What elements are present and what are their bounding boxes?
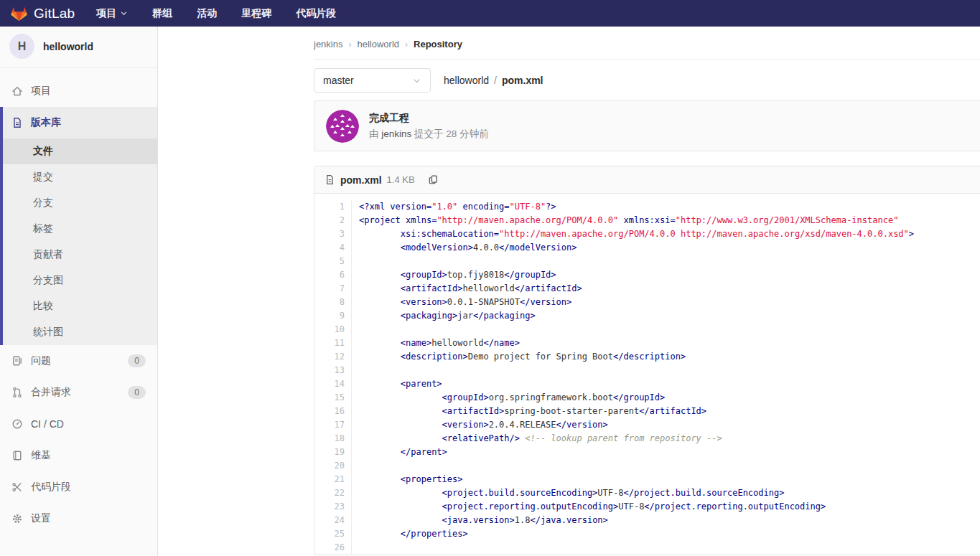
code-line: 5 xyxy=(314,255,980,268)
top-navbar: GitLab 项目群组活动里程碑代码片段 xyxy=(0,0,980,27)
code-line-content: <parent> xyxy=(352,377,442,391)
copy-file-contents-button[interactable] xyxy=(428,174,439,185)
code-line: 22 <project.build.sourceEncoding>UTF-8</… xyxy=(314,486,980,500)
nav-item-projects[interactable]: 项目 xyxy=(96,7,128,20)
sidebar-item-wiki[interactable]: 维基 xyxy=(0,440,157,471)
sidebar-item-repository[interactable]: 版本库 xyxy=(3,107,157,138)
line-number-link[interactable]: 18 xyxy=(314,432,352,446)
line-number-link[interactable]: 1 xyxy=(314,200,352,214)
project-context-header[interactable]: H helloworld xyxy=(0,27,157,68)
sidebar-subitem-compare[interactable]: 比较 xyxy=(3,293,157,319)
code-line-content xyxy=(352,541,359,555)
line-number-link[interactable]: 11 xyxy=(314,336,352,350)
code-line-content: <packaging>jar</packaging> xyxy=(352,309,536,323)
gitlab-tanuki-icon xyxy=(10,5,28,22)
settings-icon xyxy=(11,513,23,524)
code-line: 21 <properties> xyxy=(314,473,980,486)
project-sidebar: H helloworld 项目版本库文件提交分支标签贡献者分支图比较统计图问题0… xyxy=(0,27,158,556)
code-line-content: <project.build.sourceEncoding>UTF-8</pro… xyxy=(352,486,784,500)
sidebar-subitem-contributors[interactable]: 贡献者 xyxy=(3,242,157,268)
code-line: 17 <version>2.0.4.RELEASE</version> xyxy=(314,418,980,432)
line-number-link[interactable]: 26 xyxy=(314,541,352,555)
nav-item-milestones[interactable]: 里程碑 xyxy=(241,7,271,20)
sidebar-item-issues[interactable]: 问题0 xyxy=(0,345,157,377)
line-number-link[interactable]: 3 xyxy=(314,227,352,241)
commit-author-avatar[interactable] xyxy=(326,110,359,143)
issues-icon xyxy=(11,355,23,367)
project-name: helloworld xyxy=(43,41,93,52)
sidebar-item-project-home[interactable]: 项目 xyxy=(0,75,157,107)
gitlab-app: GitLab 项目群组活动里程碑代码片段 H helloworld 项目版本库文… xyxy=(0,0,980,556)
code-line: 24 <java.version>1.8</java.version> xyxy=(314,514,980,527)
branch-selector[interactable]: master xyxy=(314,68,431,93)
sidebar-item-label: 维基 xyxy=(31,449,51,462)
path-separator: / xyxy=(494,75,497,86)
code-line: 4 <modelVersion>4.0.0</modelVersion> xyxy=(314,241,980,255)
navbar-menu: 项目群组活动里程碑代码片段 xyxy=(96,7,336,20)
line-number-link[interactable]: 15 xyxy=(314,391,352,405)
line-number-link[interactable]: 14 xyxy=(314,377,352,391)
line-number-link[interactable]: 16 xyxy=(314,405,352,418)
line-number-link[interactable]: 24 xyxy=(314,514,352,527)
sidebar-item-label: CI / CD xyxy=(31,418,64,430)
breadcrumb-separator: › xyxy=(405,39,408,50)
sidebar-subitem-branches[interactable]: 分支 xyxy=(3,190,157,216)
sidebar-item-label: 设置 xyxy=(31,512,51,525)
line-number-link[interactable]: 9 xyxy=(314,309,352,323)
line-number-link[interactable]: 25 xyxy=(314,527,352,541)
count-badge: 0 xyxy=(128,354,146,367)
path-current-file: pom.xml xyxy=(502,75,543,86)
sidebar-item-snippets[interactable]: 代码片段 xyxy=(0,471,157,503)
sidebar-item-label: 问题 xyxy=(31,354,51,367)
chevron-down-icon xyxy=(412,76,421,85)
line-number-link[interactable]: 17 xyxy=(314,418,352,432)
line-number-link[interactable]: 10 xyxy=(314,323,352,336)
sidebar-item-label: 项目 xyxy=(31,85,51,98)
line-number-link[interactable]: 13 xyxy=(314,364,352,377)
gitlab-logo-home-link[interactable]: GitLab xyxy=(10,5,75,22)
sidebar-item-ci-cd[interactable]: CI / CD xyxy=(0,408,157,440)
commit-author-link[interactable]: jenkins xyxy=(381,128,411,139)
chevron-down-icon xyxy=(120,8,128,19)
branch-selected-value: master xyxy=(323,75,354,86)
sidebar-subitem-files[interactable]: 文件 xyxy=(3,138,157,164)
nav-item-label: 群组 xyxy=(152,7,172,20)
line-number-link[interactable]: 23 xyxy=(314,500,352,514)
line-number-link[interactable]: 12 xyxy=(314,350,352,364)
line-number-link[interactable]: 6 xyxy=(314,268,352,282)
sidebar-subitem-graph[interactable]: 分支图 xyxy=(3,268,157,293)
code-line: 15 <groupId>org.springframework.boot</gr… xyxy=(314,391,980,405)
line-number-link[interactable]: 19 xyxy=(314,446,352,459)
file-size: 1.4 KB xyxy=(387,174,415,185)
line-number-link[interactable]: 4 xyxy=(314,241,352,255)
file-header: pom.xml 1.4 KB xyxy=(314,166,980,194)
sidebar-subitem-commits[interactable]: 提交 xyxy=(3,164,157,190)
sidebar-subitem-tags[interactable]: 标签 xyxy=(3,216,157,242)
line-number-link[interactable]: 21 xyxy=(314,473,352,486)
sidebar-item-label: 版本库 xyxy=(31,116,61,129)
sidebar-subitem-charts[interactable]: 统计图 xyxy=(3,319,157,345)
sidebar-item-settings[interactable]: 设置 xyxy=(0,503,157,534)
code-line: 18 <relativePath/> <!-- lookup parent fr… xyxy=(314,432,980,446)
breadcrumb-link[interactable]: jenkins xyxy=(314,39,342,50)
code-line: 1<?xml version="1.0" encoding="UTF-8"?> xyxy=(314,200,980,214)
line-number-link[interactable]: 7 xyxy=(314,282,352,296)
nav-item-groups[interactable]: 群组 xyxy=(152,7,172,20)
line-number-link[interactable]: 8 xyxy=(314,296,352,309)
line-number-link[interactable]: 2 xyxy=(314,214,352,227)
breadcrumb-current[interactable]: Repository xyxy=(414,39,462,50)
line-number-link[interactable]: 22 xyxy=(314,486,352,500)
sidebar-item-label: 代码片段 xyxy=(31,481,71,494)
nav-item-activity[interactable]: 活动 xyxy=(197,7,217,20)
code-blob: 1<?xml version="1.0" encoding="UTF-8"?>2… xyxy=(314,194,980,555)
line-number-link[interactable]: 5 xyxy=(314,255,352,268)
code-line-content xyxy=(352,255,359,268)
nav-item-label: 代码片段 xyxy=(296,7,336,20)
breadcrumb-link[interactable]: helloworld xyxy=(357,39,399,50)
breadcrumb-separator: › xyxy=(348,39,351,50)
nav-item-snippets[interactable]: 代码片段 xyxy=(296,7,336,20)
commit-title-link[interactable]: 完成工程 xyxy=(369,112,489,125)
sidebar-item-merge-requests[interactable]: 合并请求0 xyxy=(0,377,157,408)
line-number-link[interactable]: 20 xyxy=(314,459,352,473)
path-link[interactable]: helloworld xyxy=(444,75,489,86)
